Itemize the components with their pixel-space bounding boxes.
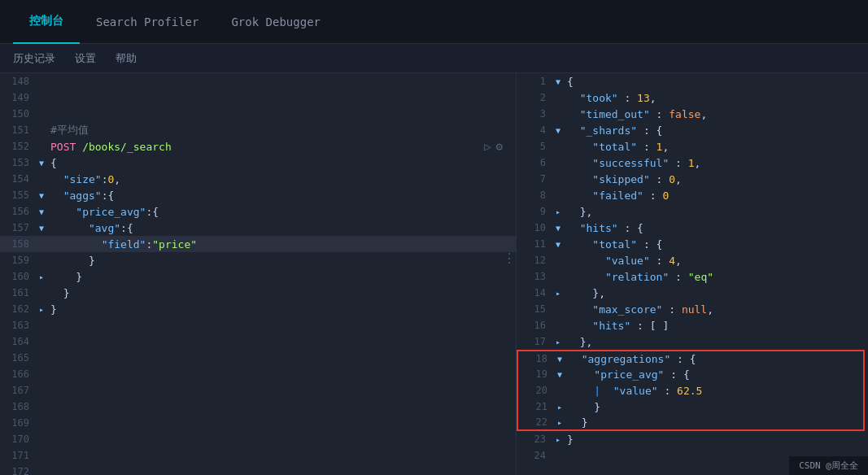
result-line-12: 12 "value" : 4,: [517, 252, 868, 268]
nav-item-console[interactable]: 控制台: [13, 0, 80, 44]
result-line-15: 15 "max_score" : null,: [517, 301, 868, 317]
editor-line-155: 155 ▼ "aggs":{: [0, 187, 516, 203]
left-editor-panel: 148 149 150 151 #平均值: [0, 73, 517, 475]
editor-line-161: 161 }: [0, 285, 516, 301]
footer-text: CSDN @周全全: [799, 460, 858, 471]
nav-item-grok-debugger[interactable]: Grok Debugger: [215, 0, 337, 44]
separator-dots: ⋮: [503, 251, 516, 266]
result-line-7: 7 "skipped" : 0,: [517, 171, 868, 187]
code-editor[interactable]: 148 149 150 151 #平均值: [0, 73, 516, 475]
result-line-17: 17 ▸ },: [517, 333, 868, 350]
right-result-panel: 1 ▼ { 2 "took" : 13, 3 "timed_out" : fal…: [517, 73, 868, 475]
nav-item-search-profiler[interactable]: Search Profiler: [80, 0, 215, 44]
result-line-14: 14 ▸ },: [517, 285, 868, 301]
editor-line-168: 168: [0, 399, 516, 415]
result-line-1: 1 ▼ {: [517, 73, 868, 89]
result-line-21: 21 ▸ }: [517, 399, 865, 415]
editor-line-170: 170: [0, 431, 516, 447]
nav-item-help[interactable]: 帮助: [116, 51, 137, 66]
editor-line-154: 154 "size":0,: [0, 171, 516, 187]
editor-line-156: 156 ▼ "price_avg":{: [0, 203, 516, 220]
editor-line-157: 157 ▼ "avg":{: [0, 220, 516, 236]
result-line-13: 13 "relation" : "eq": [517, 268, 868, 285]
result-line-5: 5 "total" : 1,: [517, 138, 868, 155]
editor-line-166: 166: [0, 366, 516, 382]
editor-line-167: 167: [0, 382, 516, 399]
result-line-8: 8 "failed" : 0: [517, 187, 868, 203]
result-line-11: 11 ▼ "total" : {: [517, 236, 868, 252]
result-line-23: 23 ▸ }: [517, 431, 868, 447]
editor-line-149: 149: [0, 89, 516, 106]
result-line-3: 3 "timed_out" : false,: [517, 106, 868, 122]
editor-line-150: 150: [0, 106, 516, 122]
editor-line-165: 165: [0, 350, 516, 366]
footer-watermark: CSDN @周全全: [789, 456, 868, 475]
result-line-2: 2 "took" : 13,: [517, 89, 868, 106]
run-icon[interactable]: ▷: [484, 140, 491, 153]
result-line-16: 16 "hits" : [ ]: [517, 317, 868, 333]
result-line-6: 6 "successful" : 1,: [517, 155, 868, 171]
nav-item-settings[interactable]: 设置: [75, 51, 96, 66]
main-content: 148 149 150 151 #平均值: [0, 73, 868, 475]
wrench-icon[interactable]: ⚙: [496, 140, 503, 153]
editor-line-164: 164: [0, 333, 516, 350]
result-line-10: 10 ▼ "hits" : {: [517, 220, 868, 236]
result-line-4: 4 ▼ "_shards" : {: [517, 122, 868, 138]
result-line-18: 18 ▼ "aggregations" : {: [517, 350, 865, 366]
result-line-9: 9 ▸ },: [517, 203, 868, 220]
nav-item-history[interactable]: 历史记录: [13, 51, 55, 66]
secondary-navigation: 历史记录 设置 帮助: [0, 44, 868, 73]
top-navigation: 控制台 Search Profiler Grok Debugger: [0, 0, 868, 44]
nav-label-grok-debugger: Grok Debugger: [231, 15, 321, 28]
editor-line-162: 162 ▸ }: [0, 301, 516, 317]
editor-line-148: 148: [0, 73, 516, 89]
editor-line-151: 151 #平均值: [0, 122, 516, 138]
result-viewer[interactable]: 1 ▼ { 2 "took" : 13, 3 "timed_out" : fal…: [517, 73, 868, 475]
editor-line-171: 171: [0, 447, 516, 464]
nav-label-console: 控制台: [29, 14, 63, 28]
result-line-22: 22 ▸ }: [517, 415, 865, 431]
editor-line-163: 163: [0, 317, 516, 333]
editor-line-153: 153 ▼ {: [0, 155, 516, 171]
editor-line-172: 172: [0, 464, 516, 475]
editor-line-158: 158 "field":"price": [0, 236, 516, 252]
result-line-19: 19 ▼ "price_avg" : {: [517, 366, 865, 382]
line-toolbar: ▷ ⚙: [484, 140, 509, 153]
editor-line-159: 159 }: [0, 252, 516, 268]
editor-line-169: 169: [0, 415, 516, 431]
result-line-20: 20 | "value" : 62.5: [517, 382, 865, 399]
editor-line-160: 160 ▸ }: [0, 268, 516, 285]
editor-line-152: 152 POST /books/_search ▷ ⚙: [0, 138, 516, 155]
nav-label-search-profiler: Search Profiler: [96, 15, 198, 28]
